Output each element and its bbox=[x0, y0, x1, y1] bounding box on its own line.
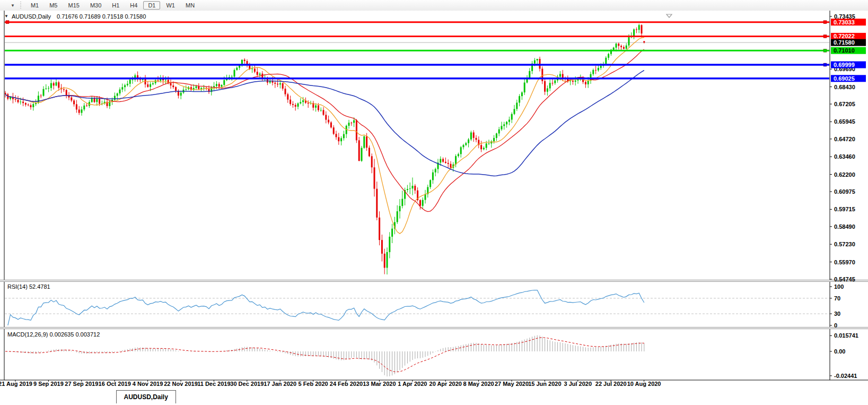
timeframe-button-m1[interactable]: M1 bbox=[26, 1, 43, 10]
macd-indicator-label: MACD(12,26,9) 0.002635 0.003712 bbox=[7, 331, 100, 338]
timeframe-button-m15[interactable]: M15 bbox=[63, 1, 84, 10]
svg-text:24 Feb 2020: 24 Feb 2020 bbox=[330, 381, 363, 387]
svg-text:15 Jun 2020: 15 Jun 2020 bbox=[528, 381, 561, 387]
svg-text:21 Aug 2019: 21 Aug 2019 bbox=[0, 381, 32, 387]
timeframe-button-d1[interactable]: D1 bbox=[143, 1, 160, 10]
mt4-window: ▼ M1M5M15M30H1H4D1W1MN ▼ AUDUSD,Daily 0.… bbox=[0, 0, 868, 405]
svg-text:0.72022: 0.72022 bbox=[834, 33, 855, 39]
svg-text:22 Jul 2020: 22 Jul 2020 bbox=[595, 381, 627, 387]
svg-text:0.73033: 0.73033 bbox=[834, 19, 855, 25]
chart-type-icon[interactable] bbox=[0, 1, 12, 10]
chart-title: AUDUSD,Daily 0.71676 0.71689 0.71518 0.7… bbox=[12, 13, 146, 20]
chart-ohlc-values: 0.71676 0.71689 0.71518 0.71580 bbox=[57, 13, 146, 20]
svg-text:0.60975: 0.60975 bbox=[834, 188, 855, 195]
svg-text:100: 100 bbox=[834, 283, 844, 290]
svg-text:0.67205: 0.67205 bbox=[834, 101, 855, 107]
svg-text:16 Oct 2019: 16 Oct 2019 bbox=[99, 381, 131, 387]
svg-text:4 Nov 2019: 4 Nov 2019 bbox=[133, 381, 163, 387]
toolbar-grip[interactable] bbox=[20, 2, 21, 9]
svg-text:70: 70 bbox=[834, 295, 840, 301]
timeframe-button-h4[interactable]: H4 bbox=[125, 1, 142, 10]
svg-text:0.59715: 0.59715 bbox=[834, 206, 855, 212]
svg-text:11 Dec 2019: 11 Dec 2019 bbox=[197, 381, 230, 387]
svg-text:5 Feb 2020: 5 Feb 2020 bbox=[298, 381, 328, 387]
chart-tab-audusd-daily[interactable]: AUDUSD,Daily bbox=[116, 390, 176, 403]
timeframe-button-m5[interactable]: M5 bbox=[45, 1, 62, 10]
timeframe-toolbar: ▼ M1M5M15M30H1H4D1W1MN bbox=[0, 0, 868, 11]
svg-text:1 Apr 2020: 1 Apr 2020 bbox=[398, 381, 427, 387]
price-chart-canvas[interactable]: 0.734350.696900.684300.672050.659450.647… bbox=[0, 11, 868, 405]
svg-text:17 Jan 2020: 17 Jan 2020 bbox=[264, 381, 296, 387]
timeframe-button-h1[interactable]: H1 bbox=[107, 1, 124, 10]
timeframe-button-mn[interactable]: MN bbox=[181, 1, 199, 10]
svg-text:0.63460: 0.63460 bbox=[834, 153, 855, 160]
svg-text:8 May 2020: 8 May 2020 bbox=[463, 381, 494, 387]
svg-text:0.015741: 0.015741 bbox=[834, 332, 858, 339]
svg-text:0.71010: 0.71010 bbox=[834, 47, 855, 54]
svg-text:30 Dec 2019: 30 Dec 2019 bbox=[230, 381, 264, 387]
svg-text:20 Apr 2020: 20 Apr 2020 bbox=[429, 381, 462, 387]
rsi-indicator-label: RSI(14) 52.4781 bbox=[7, 283, 50, 290]
chart-type-dropdown-icon[interactable]: ▼ bbox=[11, 3, 15, 8]
svg-text:27 May 2020: 27 May 2020 bbox=[495, 381, 529, 387]
svg-text:0.65945: 0.65945 bbox=[834, 118, 855, 125]
svg-text:13 Mar 2020: 13 Mar 2020 bbox=[363, 381, 396, 387]
svg-text:27 Sep 2019: 27 Sep 2019 bbox=[65, 381, 98, 387]
svg-text:0.69025: 0.69025 bbox=[834, 75, 855, 82]
svg-text:0.55970: 0.55970 bbox=[834, 259, 855, 265]
svg-text:0.00: 0.00 bbox=[834, 348, 845, 355]
svg-text:10 Aug 2020: 10 Aug 2020 bbox=[627, 381, 661, 387]
timeframe-button-w1[interactable]: W1 bbox=[161, 1, 180, 10]
chart-symbol-period: AUDUSD,Daily bbox=[12, 13, 51, 20]
svg-text:0.54745: 0.54745 bbox=[834, 276, 855, 282]
svg-text:0.64720: 0.64720 bbox=[834, 136, 855, 142]
svg-text:9 Sep 2019: 9 Sep 2019 bbox=[33, 381, 64, 387]
svg-text:0.57230: 0.57230 bbox=[834, 241, 855, 247]
symbol-dropdown-icon[interactable]: ▼ bbox=[4, 14, 8, 19]
line-handle[interactable] bbox=[823, 35, 827, 38]
svg-text:3 Jul 2020: 3 Jul 2020 bbox=[564, 381, 592, 387]
svg-text:0.62200: 0.62200 bbox=[834, 171, 855, 178]
svg-text:0: 0 bbox=[834, 322, 837, 329]
line-handle[interactable] bbox=[823, 63, 827, 66]
line-handle[interactable] bbox=[823, 49, 827, 52]
svg-text:0.68430: 0.68430 bbox=[834, 84, 855, 90]
timeframe-buttons: M1M5M15M30H1H4D1W1MN bbox=[25, 2, 200, 8]
svg-text:0.58490: 0.58490 bbox=[834, 223, 855, 230]
svg-text:-0.02441: -0.02441 bbox=[834, 373, 857, 379]
line-handle[interactable] bbox=[823, 21, 827, 24]
svg-text:30: 30 bbox=[834, 311, 840, 317]
svg-text:22 Nov 2019: 22 Nov 2019 bbox=[164, 381, 198, 387]
line-handle[interactable] bbox=[6, 21, 9, 24]
svg-text:0.69999: 0.69999 bbox=[834, 62, 855, 68]
timeframe-button-m30[interactable]: M30 bbox=[85, 1, 106, 10]
svg-text:0.71580: 0.71580 bbox=[834, 39, 855, 46]
